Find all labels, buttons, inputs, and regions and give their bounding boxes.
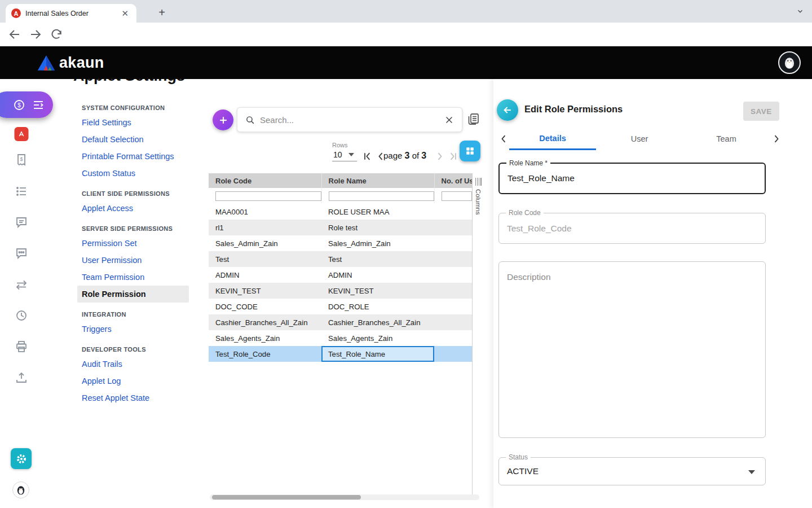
forward-icon[interactable] <box>29 28 42 41</box>
column-header[interactable]: Role Code <box>209 173 321 188</box>
table-row[interactable]: KEVIN_TESTKEVIN_TEST <box>209 283 472 299</box>
cell-role-code[interactable]: DOC_CODE <box>209 299 321 314</box>
cell-role-name[interactable]: Test <box>321 251 434 267</box>
tab-strip-chevron-icon[interactable] <box>796 7 804 15</box>
user-penguin-avatar[interactable] <box>778 51 801 74</box>
akaun-logo[interactable]: akaun <box>37 54 104 72</box>
cell-role-code[interactable]: rl1 <box>209 220 321 235</box>
cell-role-code[interactable]: Sales_Agents_Zain <box>209 330 321 346</box>
reload-icon[interactable] <box>50 28 63 41</box>
grid-view-button[interactable] <box>460 141 480 161</box>
penguin-shortcut-button[interactable] <box>12 481 29 498</box>
last-page-icon[interactable] <box>447 151 458 162</box>
tab-user[interactable]: User <box>596 128 683 150</box>
scrollbar-thumb[interactable] <box>212 495 361 500</box>
sidebar-item-applet-log[interactable]: Applet Log <box>77 373 189 389</box>
cell-role-code[interactable]: Sales_Admin_Zain <box>209 235 321 251</box>
cell-role-name[interactable]: DOC_ROLE <box>321 299 434 314</box>
sidebar-item-role-permission[interactable]: Role Permission <box>77 286 189 303</box>
pdf-app-icon[interactable] <box>14 127 28 141</box>
cell-role-name[interactable]: Sales_Admin_Zain <box>321 235 434 251</box>
new-tab-button[interactable]: + <box>155 5 169 20</box>
sidebar-item-user-permission[interactable]: User Permission <box>77 252 189 269</box>
cell-num-users[interactable] <box>434 314 472 330</box>
copy-list-icon[interactable] <box>466 112 480 126</box>
table-row[interactable]: Sales_Admin_ZainSales_Admin_Zain <box>209 235 472 251</box>
cell-role-name[interactable]: Role test <box>321 220 434 235</box>
cell-num-users[interactable] <box>434 283 472 299</box>
cell-role-name[interactable]: ADMIN <box>321 267 434 283</box>
search-input[interactable] <box>260 115 439 125</box>
tabs-scroll-left-icon[interactable] <box>498 133 509 144</box>
column-header[interactable]: No. of Us <box>434 173 472 188</box>
sidebar-item-triggers[interactable]: Triggers <box>77 321 189 338</box>
sidebar-item-printable-format-settings[interactable]: Printable Format Settings <box>77 148 189 165</box>
cell-role-name[interactable]: ROLE USER MAA <box>321 204 434 220</box>
horizontal-scrollbar[interactable] <box>210 494 479 500</box>
upload-icon[interactable] <box>15 371 28 384</box>
table-row[interactable]: Cashier_Branches_All_ZainCashier_Branche… <box>209 314 472 330</box>
cell-num-users[interactable] <box>434 204 472 220</box>
sidebar-item-audit-trails[interactable]: Audit Trails <box>77 356 189 373</box>
sidebar-item-custom-status[interactable]: Custom Status <box>77 165 189 182</box>
tab-close-icon[interactable]: ✕ <box>119 8 131 19</box>
table-row[interactable]: DOC_CODEDOC_ROLE <box>209 299 472 314</box>
table-row[interactable]: Test_Role_CodeTest_Role_Name <box>209 346 472 362</box>
column-filter-input[interactable] <box>215 191 321 201</box>
table-row[interactable]: rl1Role test <box>209 220 472 235</box>
sidebar-item-team-permission[interactable]: Team Permission <box>77 269 189 286</box>
cell-role-code[interactable]: Cashier_Branches_All_Zain <box>209 314 321 330</box>
transfer-arrows-icon[interactable] <box>15 278 28 292</box>
next-page-icon[interactable] <box>434 151 445 162</box>
cell-role-code[interactable]: Test <box>209 251 321 267</box>
save-button[interactable]: SAVE <box>743 102 779 121</box>
cell-role-name[interactable]: KEVIN_TEST <box>321 283 434 299</box>
column-header[interactable]: Role Name <box>321 173 434 188</box>
sidebar-item-applet-access[interactable]: Applet Access <box>77 200 189 217</box>
cell-role-name[interactable]: Sales_Agents_Zain <box>321 330 434 346</box>
sidebar-item-default-selection[interactable]: Default Selection <box>77 131 189 148</box>
browser-tab[interactable]: A Internal Sales Order ✕ <box>6 4 136 23</box>
first-page-icon[interactable] <box>362 151 373 162</box>
receipt-icon[interactable]: $ <box>15 153 28 167</box>
printer-icon[interactable] <box>15 340 28 353</box>
cell-role-name[interactable]: Cashier_Branches_All_Zain <box>321 314 434 330</box>
menu-collapse-icon[interactable] <box>32 98 45 112</box>
cell-num-users[interactable] <box>434 235 472 251</box>
sidebar-item-reset-applet-state[interactable]: Reset Applet State <box>77 389 189 406</box>
table-row[interactable]: Sales_Agents_ZainSales_Agents_Zain <box>209 330 472 346</box>
tabs-scroll-right-icon[interactable] <box>771 133 782 144</box>
cell-num-users[interactable] <box>434 346 472 362</box>
cell-role-code[interactable]: MAA0001 <box>209 204 321 220</box>
sidebar-item-permission-set[interactable]: Permission Set <box>77 235 189 252</box>
tab-details[interactable]: Details <box>509 128 596 150</box>
chat-icon[interactable] <box>15 216 28 229</box>
list-icon[interactable] <box>15 185 28 198</box>
currency-exchange-icon[interactable]: $ <box>12 98 26 112</box>
drag-handle-icon[interactable] <box>475 178 482 186</box>
chat-dots-icon[interactable] <box>15 247 28 260</box>
cell-num-users[interactable] <box>434 330 472 346</box>
tab-team[interactable]: Team <box>683 128 770 150</box>
cell-role-code[interactable]: Test_Role_Code <box>209 346 321 362</box>
add-role-button[interactable] <box>213 110 233 130</box>
back-icon[interactable] <box>8 28 21 41</box>
history-clock-icon[interactable] <box>15 309 28 322</box>
table-row[interactable]: ADMINADMIN <box>209 267 472 283</box>
table-row[interactable]: TestTest <box>209 251 472 267</box>
cell-role-code[interactable]: KEVIN_TEST <box>209 283 321 299</box>
settings-gear-button[interactable] <box>11 448 32 469</box>
cell-num-users[interactable] <box>434 267 472 283</box>
back-button[interactable] <box>497 99 518 121</box>
description-textarea[interactable] <box>499 262 765 437</box>
role-name-field[interactable]: Role Name * <box>498 163 766 194</box>
columns-strip[interactable]: Columns <box>472 173 484 497</box>
role-name-input[interactable] <box>500 164 765 193</box>
floating-dock[interactable]: $ <box>0 91 53 118</box>
cell-num-users[interactable] <box>434 251 472 267</box>
cell-role-code[interactable]: ADMIN <box>209 267 321 283</box>
clear-search-icon[interactable] <box>444 115 454 125</box>
sidebar-item-field-settings[interactable]: Field Settings <box>77 114 189 131</box>
cell-role-name[interactable]: Test_Role_Name <box>321 346 434 362</box>
description-field[interactable] <box>498 261 766 438</box>
